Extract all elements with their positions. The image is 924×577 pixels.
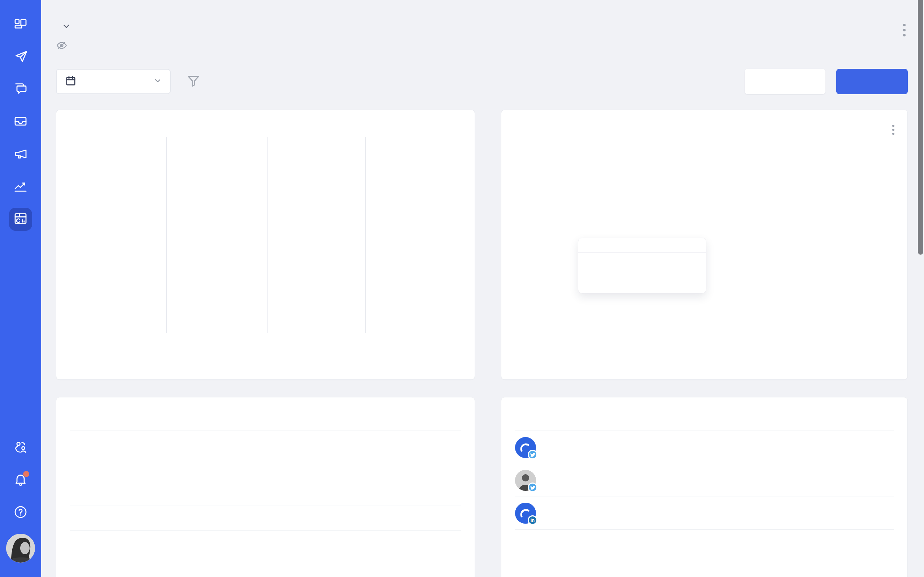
table-row[interactable]: [515, 431, 894, 464]
campaign-color-dot: [70, 441, 76, 446]
twitter-icon: [528, 482, 538, 492]
sidebar: [0, 0, 41, 577]
campaign-color-dot: [70, 516, 76, 521]
earned-dot: [695, 328, 703, 335]
table-header: [515, 425, 894, 431]
funnel-stat-impressions: [168, 137, 266, 140]
dashboard-icon: [13, 16, 28, 32]
sidebar-item-help[interactable]: [9, 501, 32, 524]
chevron-down-icon: [153, 76, 162, 87]
line-chart-icon: [13, 179, 28, 195]
reports-icon: [13, 211, 28, 227]
tooltip-title: [578, 238, 706, 253]
main-content: in: [41, 0, 924, 577]
owned-dot: [588, 276, 593, 281]
table-row[interactable]: in: [515, 497, 894, 530]
chat-bubbles-icon: [13, 82, 28, 97]
post-avatar: [515, 437, 536, 458]
chevron-down-icon[interactable]: [62, 19, 71, 32]
twitter-icon: [528, 450, 538, 459]
card-conversions-by-channel: [501, 110, 908, 380]
sidebar-item-publish[interactable]: [9, 45, 32, 69]
tooltip-row-owned: [588, 272, 696, 285]
sidebar-item-reports[interactable]: [9, 208, 32, 231]
table-row[interactable]: [70, 456, 461, 481]
bar-chart: [515, 137, 894, 333]
funnel-violin-shape: [67, 170, 473, 321]
table-row[interactable]: [70, 431, 461, 456]
sidebar-item-analytics[interactable]: [9, 175, 32, 198]
filter-icon[interactable]: [186, 73, 201, 90]
sidebar-item-conversations[interactable]: [9, 78, 32, 101]
funnel-chart: [70, 137, 461, 333]
vertical-scrollbar[interactable]: [918, 0, 923, 255]
owned-dot: [725, 328, 732, 335]
campaign-color-dot: [70, 491, 76, 496]
card-posts-to-conversions: [56, 110, 475, 380]
date-range-select[interactable]: [56, 69, 171, 94]
save-button[interactable]: [836, 69, 908, 94]
legend-item-owned[interactable]: [725, 328, 737, 335]
chart-legend: [538, 328, 895, 335]
add-report-button[interactable]: [745, 69, 825, 94]
funnel-stat-posts: [70, 137, 168, 140]
sidebar-item-campaigns[interactable]: [9, 143, 32, 166]
inbox-icon: [13, 114, 28, 130]
table-row[interactable]: [70, 506, 461, 531]
help-icon: [13, 505, 28, 521]
card-top-converting-posts: in: [501, 397, 908, 577]
legend-item-earned[interactable]: [695, 328, 708, 335]
sidebar-item-dashboard[interactable]: [9, 13, 32, 36]
card-menu-kebab-icon[interactable]: [891, 121, 896, 138]
sidebar-item-notifications[interactable]: [9, 469, 32, 492]
table-header: [70, 425, 461, 431]
send-icon: [13, 49, 28, 65]
post-avatar: [515, 470, 536, 491]
card-top-converting-campaigns: [56, 397, 475, 577]
sidebar-item-inbox[interactable]: [9, 110, 32, 134]
eye-off-icon: [56, 40, 68, 54]
table-row[interactable]: [515, 464, 894, 497]
megaphone-icon: [13, 147, 28, 162]
campaign-color-dot: [70, 466, 76, 471]
chart-tooltip: [578, 238, 706, 293]
earned-dot: [588, 264, 593, 269]
calendar-icon: [65, 75, 77, 89]
funnel-stat-clicks: [266, 137, 363, 140]
notification-badge: [23, 471, 29, 477]
sidebar-item-team[interactable]: [9, 436, 32, 459]
funnel-stat-conversions: [363, 137, 461, 140]
tooltip-row-earned: [588, 260, 696, 272]
table-row[interactable]: [70, 481, 461, 506]
linkedin-icon: in: [528, 515, 538, 525]
post-avatar: in: [515, 503, 536, 524]
user-avatar[interactable]: [6, 534, 35, 562]
page-menu-kebab-icon[interactable]: [901, 22, 908, 39]
team-users-icon: [13, 440, 28, 456]
